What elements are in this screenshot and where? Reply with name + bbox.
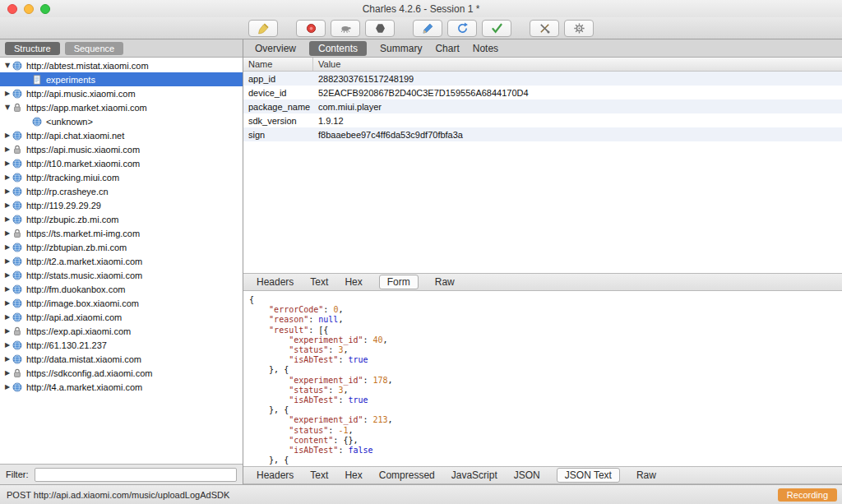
expand-arrow-icon[interactable]: ▶: [2, 90, 12, 97]
expand-arrow-icon[interactable]: ▶: [2, 215, 12, 223]
tree-item-experiments[interactable]: experiments: [0, 72, 243, 86]
main-tab-summary[interactable]: Summary: [380, 43, 422, 54]
tools-button[interactable]: [530, 20, 559, 37]
form-param-row[interactable]: signf8baaebee97c4ff6da53c9df70fbfa3a: [243, 127, 842, 141]
json-token: "isAbTest": [289, 446, 338, 455]
throttle-button[interactable]: [331, 20, 360, 37]
expand-arrow-icon[interactable]: ▶: [2, 299, 12, 307]
tree-item-https-sdkconfig-ad-xiaomi-com[interactable]: ▶https://sdkconfig.ad.xiaomi.com: [0, 366, 243, 380]
expand-arrow-icon[interactable]: ▶: [2, 146, 12, 153]
request-tab-form[interactable]: Form: [379, 275, 419, 289]
tree-item-https-ts-market-mi-img-com[interactable]: ▶https://ts.market.mi-img.com: [0, 226, 243, 240]
tree-item-http-rp-crasheye-cn[interactable]: ▶http://rp.crasheye.cn: [0, 184, 243, 198]
json-token: [249, 386, 289, 395]
main-tab-notes[interactable]: Notes: [473, 43, 498, 54]
filter-input[interactable]: [35, 468, 238, 482]
tree-item-http-tracking-miui-com[interactable]: ▶http://tracking.miui.com: [0, 170, 243, 184]
charles-window: Charles 4.2.6 - Session 1 * StructureSeq…: [0, 0, 842, 504]
tree-item-http-api-ad-xiaomi-com[interactable]: ▶http://api.ad.xiaomi.com: [0, 310, 243, 324]
collapse-arrow-icon[interactable]: ▼: [2, 62, 12, 69]
recording-badge[interactable]: Recording: [778, 488, 837, 502]
expand-arrow-icon[interactable]: ▶: [2, 327, 12, 335]
form-param-row[interactable]: package_namecom.miui.player: [243, 99, 842, 113]
minimize-button[interactable]: [24, 4, 34, 14]
expand-arrow-icon[interactable]: ▶: [2, 229, 12, 237]
response-tab-javascript[interactable]: JavaScript: [451, 469, 497, 481]
tree-item-unknown[interactable]: <unknown>: [0, 114, 243, 128]
param-value: f8baaebee97c4ff6da53c9df70fbfa3a: [313, 127, 842, 141]
column-header-value[interactable]: Value: [313, 58, 842, 71]
status-request-url: POST http://api.ad.xiaomi.com/music/uplo…: [5, 490, 778, 500]
request-tab-headers[interactable]: Headers: [257, 276, 294, 288]
response-tab-text[interactable]: Text: [310, 469, 328, 481]
request-tab-text[interactable]: Text: [310, 276, 328, 288]
expand-arrow-icon[interactable]: ▶: [2, 160, 12, 167]
column-header-name[interactable]: Name: [243, 58, 313, 71]
expand-arrow-icon[interactable]: ▶: [2, 313, 12, 321]
record-button[interactable]: [296, 20, 326, 37]
expand-arrow-icon[interactable]: ▶: [2, 173, 12, 181]
tree-item-https-exp-api-xiaomi-com[interactable]: ▶https://exp.api.xiaomi.com: [0, 324, 243, 338]
response-tab-json[interactable]: JSON: [514, 469, 540, 481]
tree-item-http-61-130-21-237[interactable]: ▶http://61.130.21.237: [0, 338, 243, 352]
response-tab-raw[interactable]: Raw: [636, 469, 656, 481]
tree-item-http-t10-market-xiaomi-com[interactable]: ▶http://t10.market.xiaomi.com: [0, 156, 243, 170]
request-tab-hex[interactable]: Hex: [345, 276, 362, 288]
request-tab-raw[interactable]: Raw: [435, 276, 455, 288]
zoom-button[interactable]: [40, 4, 50, 14]
validate-button[interactable]: [482, 20, 511, 37]
globe-icon: [12, 215, 25, 224]
expand-arrow-icon[interactable]: ▶: [2, 132, 12, 139]
close-button[interactable]: [7, 4, 17, 14]
expand-arrow-icon[interactable]: ▶: [2, 383, 12, 391]
json-token: :: [338, 446, 348, 455]
sidebar-tabs: StructureSequence: [0, 39, 243, 58]
tree-item-http-api-chat-xiaomi-net[interactable]: ▶http://api.chat.xiaomi.net: [0, 128, 243, 142]
tree-item-http-zbtupian-zb-mi-com[interactable]: ▶http://zbtupian.zb.mi.com: [0, 240, 243, 254]
collapse-arrow-icon[interactable]: ▼: [2, 104, 12, 111]
main-tab-overview[interactable]: Overview: [255, 43, 296, 54]
form-param-row[interactable]: sdk_version1.9.12: [243, 113, 842, 127]
tree-item-http-zbupic-zb-mi-com[interactable]: ▶http://zbupic.zb.mi.com: [0, 212, 243, 226]
clear-session-button[interactable]: [248, 20, 278, 37]
compose-button[interactable]: [413, 20, 442, 37]
json-token: : [{: [308, 326, 328, 335]
sidebar-tab-structure[interactable]: Structure: [5, 42, 60, 55]
expand-arrow-icon[interactable]: ▶: [2, 355, 12, 363]
tree-item-label: https://ts.market.mi-img.com: [25, 229, 140, 238]
expand-arrow-icon[interactable]: ▶: [2, 243, 12, 251]
expand-arrow-icon[interactable]: ▶: [2, 257, 12, 265]
expand-arrow-icon[interactable]: ▶: [2, 201, 12, 209]
response-tab-json-text[interactable]: JSON Text: [557, 468, 620, 483]
expand-arrow-icon[interactable]: ▶: [2, 369, 12, 377]
main-tab-contents[interactable]: Contents: [309, 41, 367, 56]
tree-item-http-t4-a-market-xiaomi-com[interactable]: ▶http://t4.a.market.xiaomi.com: [0, 380, 243, 394]
expand-arrow-icon[interactable]: ▶: [2, 341, 12, 349]
tree-item-http-image-box-xiaomi-com[interactable]: ▶http://image.box.xiaomi.com: [0, 296, 243, 310]
tree-item-https-app-market-xiaomi-com[interactable]: ▼https://app.market.xiaomi.com: [0, 100, 243, 114]
tree-item-http-fm-duokanbox-com[interactable]: ▶http://fm.duokanbox.com: [0, 282, 243, 296]
tree-item-https-api-music-xiaomi-com[interactable]: ▶https://api.music.xiaomi.com: [0, 142, 243, 156]
response-tab-compressed[interactable]: Compressed: [379, 469, 435, 481]
repeat-button[interactable]: [447, 20, 477, 37]
tree-item-http-stats-music-xiaomi-com[interactable]: ▶http://stats.music.xiaomi.com: [0, 268, 243, 282]
form-param-row[interactable]: device_id52EACFB920867B2D40C3E7D159556A6…: [243, 86, 842, 99]
breakpoints-button[interactable]: [365, 20, 395, 37]
sidebar-tab-sequence[interactable]: Sequence: [65, 42, 124, 55]
tree-item-http-data-mistat-xiaomi-com[interactable]: ▶http://data.mistat.xiaomi.com: [0, 352, 243, 366]
tree-item-http-119-29-29-29[interactable]: ▶http://119.29.29.29: [0, 198, 243, 212]
expand-arrow-icon[interactable]: ▶: [2, 187, 12, 195]
form-param-row[interactable]: app_id2882303761517248199: [243, 72, 842, 86]
expand-arrow-icon[interactable]: ▶: [2, 285, 12, 293]
json-line: "experiment_id": 40,: [249, 335, 842, 345]
expand-arrow-icon[interactable]: ▶: [2, 271, 12, 279]
settings-button[interactable]: [564, 20, 594, 37]
response-tab-hex[interactable]: Hex: [345, 469, 362, 481]
pencil-icon: [422, 22, 434, 35]
tree-item-http-api-music-xiaomi-com[interactable]: ▶http://api.music.xiaomi.com: [0, 86, 243, 100]
main-tab-chart[interactable]: Chart: [435, 43, 459, 54]
doc-icon: [32, 75, 45, 85]
tree-item-http-abtest-mistat-xiaomi-com[interactable]: ▼http://abtest.mistat.xiaomi.com: [0, 58, 243, 72]
tree-item-http-t2-a-market-xiaomi-com[interactable]: ▶http://t2.a.market.xiaomi.com: [0, 254, 243, 268]
response-tab-headers[interactable]: Headers: [257, 469, 294, 481]
